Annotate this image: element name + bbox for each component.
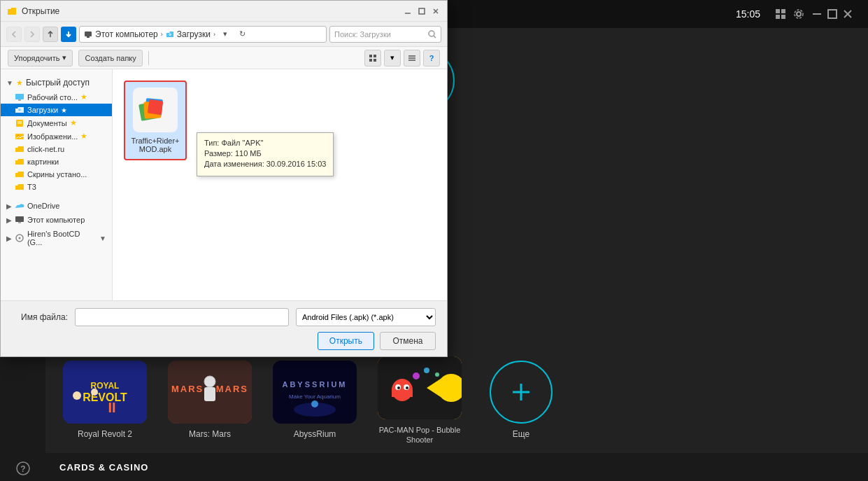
svg-point-70 [435, 372, 439, 377]
sidebar-downloads-label: Загрузки [27, 106, 58, 114]
sidebar-desktop-label: Рабочий сто... [27, 93, 78, 102]
documents-icon [15, 119, 24, 127]
dialog-maximize-btn[interactable] [416, 6, 427, 17]
mars-mars-label: Mars: Mars [189, 429, 231, 440]
app-pacman[interactable]: PAC-MAN Pop - Bubble Shooter [374, 356, 465, 445]
sidebar-screens-label: Скрины устано... [27, 170, 87, 179]
sidebar-help-icon[interactable]: ? [10, 456, 36, 481]
svg-text:REVOLT: REVOLT [83, 391, 127, 403]
sidebar-clicknet-label: click-net.ru [27, 145, 64, 153]
documents-star: ★ [70, 118, 77, 127]
sidebar-screens[interactable]: Скрины устано... [1, 168, 112, 181]
new-folder-label: Создать папку [85, 54, 136, 62]
svg-point-4 [797, 12, 801, 16]
filetype-select[interactable]: Android Files (.apk) (*.apk) [296, 308, 436, 326]
cards-casino-label: CARDS & CASINO [59, 462, 148, 473]
hirens-scroll: ▼ [99, 235, 106, 242]
sidebar-images[interactable]: Изображени... ★ [1, 130, 112, 143]
app-royal-revolt[interactable]: ROYAL REVOLT II Royal Revolt 2 [59, 361, 150, 440]
onedrive-expand: ▶ [6, 202, 12, 210]
up-btn[interactable] [43, 27, 58, 42]
details-view-icon [408, 54, 416, 62]
back-btn[interactable] [6, 27, 22, 42]
file-tooltip: Тип: Файл "APK" Размер: 110 МБ Дата изме… [197, 132, 334, 176]
dialog-titlebar: Открытие [1, 1, 447, 22]
footer-buttons: Открыть Отмена [318, 332, 436, 350]
path-sep2: › [213, 31, 215, 38]
path-sep1: › [161, 31, 163, 38]
svg-point-60 [311, 400, 318, 407]
view-dropdown-btn[interactable]: ▾ [384, 50, 401, 67]
toolbar-right-section: ▾ ? [364, 50, 440, 67]
quick-access-label: Быстрый доступ [26, 78, 90, 88]
svg-rect-77 [85, 32, 92, 36]
refresh-btn[interactable]: ↻ [235, 27, 249, 41]
this-pc-label: Этот компьютер [27, 216, 85, 224]
svg-rect-74 [419, 8, 425, 14]
sidebar-desktop[interactable]: Рабочий сто... ★ [1, 90, 112, 104]
view-details-btn[interactable] [404, 50, 420, 67]
address-bar[interactable]: Этот компьютер › Загрузки › ▾ ↻ [79, 26, 327, 43]
search-icon [428, 30, 436, 39]
path-computer: Этот компьютер [95, 29, 158, 39]
svg-point-54 [204, 376, 215, 387]
tooltip-type: Тип: Файл "APK" [204, 139, 326, 147]
filename-input[interactable] [75, 308, 289, 326]
onedrive-label: OneDrive [27, 202, 59, 210]
open-btn-label: Открыть [329, 336, 362, 346]
hirens-icon [15, 234, 24, 242]
sidebar-downloads[interactable]: Загрузки ★ [1, 104, 112, 116]
quick-access-header[interactable]: ▼ ★ Быстрый доступ [1, 75, 112, 90]
dialog-title-left: Открытие [6, 6, 59, 17]
sidebar-pictures[interactable]: картинки [1, 155, 112, 168]
organize-btn[interactable]: Упорядочить ▾ [8, 50, 73, 67]
svg-point-69 [424, 368, 429, 373]
minimize-icon[interactable] [811, 8, 823, 20]
onedrive-icon [15, 202, 24, 210]
search-bar[interactable]: Поиск: Загрузки [329, 26, 441, 43]
open-btn[interactable]: Открыть [318, 332, 374, 350]
onedrive-item[interactable]: ▶ OneDrive [1, 199, 112, 213]
quick-access-star-icon: ★ [16, 78, 23, 88]
new-folder-btn[interactable]: Создать папку [78, 50, 142, 67]
gear-icon[interactable] [792, 8, 805, 20]
this-pc-item[interactable]: ▶ Этот компьютер [1, 213, 112, 227]
hirens-item[interactable]: ▶ Hiren's BootCD (G... ▼ [1, 227, 112, 249]
bottom-app-row: ROYAL REVOLT II Royal Revolt 2 MARS : MA… [45, 348, 868, 453]
apk-file-item[interactable]: Traffic+Rider+MOD.apk [124, 81, 187, 160]
app-more-bottom[interactable]: Еще [479, 361, 563, 440]
help-icon: ? [429, 54, 434, 62]
download-indicator [61, 27, 76, 42]
sidebar-pictures-label: картинки [27, 158, 59, 166]
svg-rect-2 [776, 15, 780, 19]
dialog-close-btn[interactable] [430, 6, 441, 17]
dialog-body: ▼ ★ Быстрый доступ Рабочий сто... ★ Загр… [1, 69, 447, 300]
address-dropdown-btn[interactable]: ▾ [218, 27, 232, 41]
tooltip-date: Дата изменения: 30.09.2016 15:03 [204, 160, 326, 168]
apk-file-icon [133, 88, 178, 132]
desktop-icon [15, 93, 24, 102]
downloads-folder-icon [15, 106, 24, 114]
forward-btn[interactable] [24, 27, 40, 42]
app-mars-mars[interactable]: MARS : MARS Mars: Mars [164, 361, 255, 440]
view-grid-btn[interactable] [364, 50, 381, 67]
cancel-btn[interactable]: Отмена [380, 332, 436, 350]
svg-rect-3 [781, 15, 785, 19]
svg-point-50 [73, 391, 81, 400]
svg-point-98 [19, 237, 21, 239]
app-abyssrium[interactable]: ABYSSRIUM Make Your Aquarium AbyssRium [269, 361, 360, 440]
abyssrium-label: AbyssRium [294, 429, 336, 440]
organize-chevron-icon: ▾ [62, 53, 66, 62]
dialog-minimize-btn[interactable] [402, 6, 413, 17]
sidebar-documents[interactable]: Документы ★ [1, 116, 112, 130]
apk-file-name: Traffic+Rider+MOD.apk [131, 137, 180, 153]
svg-rect-82 [373, 55, 376, 57]
toolbar-separator [148, 51, 149, 65]
sidebar-clicknet[interactable]: click-net.ru [1, 143, 112, 155]
maximize-bs-icon[interactable] [826, 8, 839, 20]
svg-text:II: II [108, 400, 115, 415]
help-view-btn[interactable]: ? [423, 50, 440, 67]
sidebar-t3[interactable]: Т3 [1, 181, 112, 193]
royal-revolt-label: Royal Revolt 2 [78, 429, 132, 440]
close-bs-icon[interactable] [841, 8, 854, 20]
